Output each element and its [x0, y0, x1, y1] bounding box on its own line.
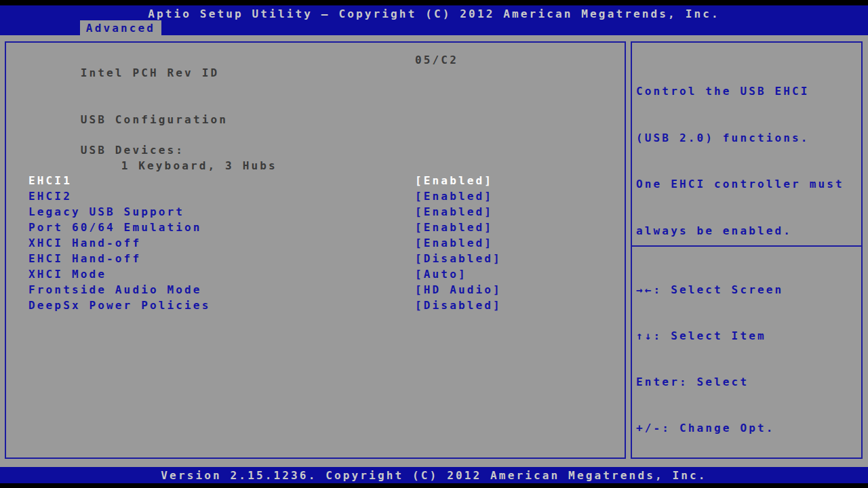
setting-value: [Enabled]: [415, 205, 493, 218]
key-hints: →←: Select Screen ↑↓: Select Item Enter:…: [636, 251, 856, 488]
setting-row-ehci1[interactable]: EHCI1 [Enabled]: [28, 174, 612, 189]
setting-value: [Disabled]: [415, 299, 502, 312]
help-panel: Control the USB EHCI (USB 2.0) functions…: [631, 41, 863, 459]
setting-label: Port 60/64 Emulation: [28, 221, 202, 234]
setting-row-ehci2[interactable]: EHCI2 [Enabled]: [28, 190, 612, 205]
setting-row-ehci-hand-off[interactable]: EHCI Hand-off [Disabled]: [28, 252, 612, 267]
setting-value: [Disabled]: [415, 252, 502, 265]
help-line: One EHCI controller must: [636, 177, 856, 192]
tab-advanced[interactable]: Advanced: [80, 20, 161, 35]
bottom-black-strip: [0, 483, 868, 488]
setting-label: EHCI2: [28, 190, 72, 203]
info-label: Intel PCH Rev ID: [81, 66, 220, 79]
tab-advanced-label: Advanced: [86, 22, 155, 35]
header-bar: Aptio Setup Utility – Copyright (C) 2012…: [0, 5, 868, 35]
setting-label: Frontside Audio Mode: [28, 283, 202, 296]
settings-panel: Intel PCH Rev ID 05/C2 USB Configuration…: [5, 41, 626, 459]
footer-version-text: Version 2.15.1236. Copyright (C) 2012 Am…: [0, 469, 868, 482]
key-hint-enter-select: Enter: Select: [636, 375, 856, 390]
help-line: (USB 2.0) functions.: [636, 131, 856, 146]
setting-row-xhci-mode[interactable]: XHCI Mode [Auto]: [28, 268, 612, 283]
setting-row-legacy-usb-support[interactable]: Legacy USB Support [Enabled]: [28, 205, 612, 220]
setting-value: [Enabled]: [415, 190, 493, 203]
key-hint-select-screen: →←: Select Screen: [636, 283, 856, 298]
help-keys-divider: [632, 245, 861, 247]
setting-label: EHCI1: [28, 174, 72, 187]
header-title: Aptio Setup Utility – Copyright (C) 2012…: [0, 7, 868, 20]
info-value: 05/C2: [415, 54, 458, 66]
bios-setup-screen: Aptio Setup Utility – Copyright (C) 2012…: [0, 0, 868, 488]
setting-row-frontside-audio-mode[interactable]: Frontside Audio Mode [HD Audio]: [28, 283, 612, 298]
setting-value: [Auto]: [415, 268, 467, 281]
key-hint-change-opt: +/-: Change Opt.: [636, 421, 856, 436]
help-text: Control the USB EHCI (USB 2.0) functions…: [636, 53, 856, 270]
setting-value: [Enabled]: [415, 221, 493, 234]
help-line: Control the USB EHCI: [636, 84, 856, 100]
setting-label: XHCI Mode: [28, 268, 106, 281]
usb-devices-value-text: 1 Keyboard, 3 Hubs: [121, 159, 277, 172]
setting-label: XHCI Hand-off: [28, 237, 141, 249]
info-row-pch-rev: Intel PCH Rev ID 05/C2: [28, 54, 219, 105]
setting-label: DeepSx Power Policies: [28, 299, 210, 312]
footer-bar: Version 2.15.1236. Copyright (C) 2012 Am…: [0, 467, 868, 483]
setting-row-port-6064-emulation[interactable]: Port 60/64 Emulation [Enabled]: [28, 221, 612, 236]
key-hint-select-item: ↑↓: Select Item: [636, 329, 856, 344]
setting-value: [HD Audio]: [415, 283, 502, 296]
setting-label: Legacy USB Support: [28, 205, 184, 218]
setting-row-deepsx-power-policies[interactable]: DeepSx Power Policies [Disabled]: [28, 299, 612, 314]
help-line: always be enabled.: [636, 224, 856, 239]
setting-row-xhci-hand-off[interactable]: XHCI Hand-off [Enabled]: [28, 237, 612, 251]
setting-value: [Enabled]: [415, 237, 493, 249]
setting-value: [Enabled]: [415, 174, 493, 187]
setting-label: EHCI Hand-off: [28, 252, 141, 265]
section-title-label: USB Configuration: [81, 113, 228, 126]
top-black-strip: [0, 0, 868, 5]
